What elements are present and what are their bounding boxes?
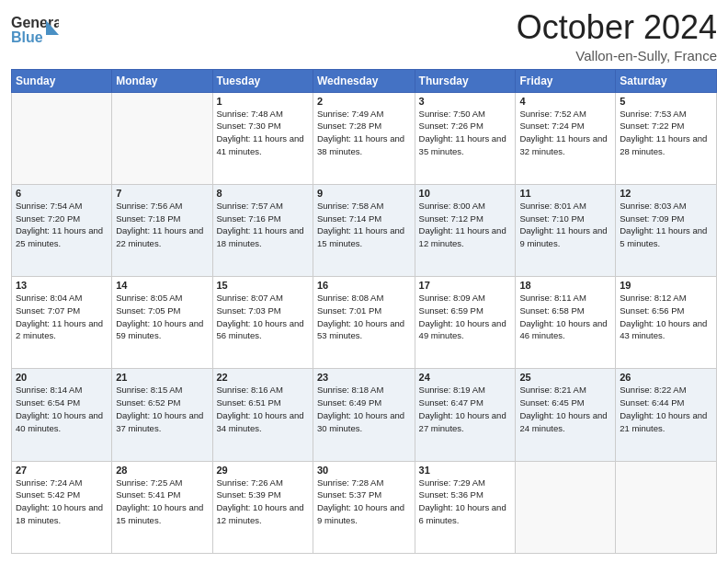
sunrise-text: Sunrise: 7:54 AM [16,201,82,211]
day-header-tuesday: Tuesday [212,69,313,92]
sunset-text: Sunset: 6:56 PM [620,305,684,316]
day-number: 27 [16,465,108,476]
daylight-text: Daylight: 10 hours and 9 minutes. [317,502,404,525]
calendar-cell: 7Sunrise: 7:56 AMSunset: 7:18 PMDaylight… [112,184,212,276]
calendar-cell: 14Sunrise: 8:05 AMSunset: 7:05 PMDayligh… [112,277,212,369]
day-info: Sunrise: 8:19 AMSunset: 6:47 PMDaylight:… [419,384,512,434]
sunset-text: Sunset: 7:05 PM [116,305,180,316]
sunrise-text: Sunrise: 8:09 AM [419,293,485,303]
daylight-text: Daylight: 10 hours and 49 minutes. [419,318,506,341]
calendar-cell: 11Sunrise: 8:01 AMSunset: 7:10 PMDayligh… [516,184,616,276]
day-info: Sunrise: 8:21 AMSunset: 6:45 PMDaylight:… [519,384,611,434]
sunset-text: Sunset: 6:49 PM [317,397,381,408]
daylight-text: Daylight: 10 hours and 27 minutes. [419,410,506,433]
page-header: General Blue October 2024 Vallon-en-Sull… [11,9,717,63]
calendar-cell: 3Sunrise: 7:50 AMSunset: 7:26 PMDaylight… [415,92,516,184]
calendar-table: SundayMondayTuesdayWednesdayThursdayFrid… [11,69,717,554]
day-info: Sunrise: 8:11 AMSunset: 6:58 PMDaylight:… [519,292,611,342]
daylight-text: Daylight: 10 hours and 56 minutes. [217,318,304,341]
sunset-text: Sunset: 6:51 PM [217,397,281,408]
daylight-text: Daylight: 10 hours and 46 minutes. [519,318,607,341]
day-header-thursday: Thursday [415,69,516,92]
calendar-cell: 17Sunrise: 8:09 AMSunset: 6:59 PMDayligh… [415,277,516,369]
calendar-cell: 8Sunrise: 7:57 AMSunset: 7:16 PMDaylight… [212,184,313,276]
day-number: 19 [620,280,712,291]
sunset-text: Sunset: 6:58 PM [519,305,584,316]
sunset-text: Sunset: 7:12 PM [419,213,483,224]
sunset-text: Sunset: 7:14 PM [317,213,381,224]
calendar-cell: 26Sunrise: 8:22 AMSunset: 6:44 PMDayligh… [616,369,717,461]
day-info: Sunrise: 8:22 AMSunset: 6:44 PMDaylight:… [620,384,712,434]
sunrise-text: Sunrise: 8:16 AM [217,385,283,395]
daylight-text: Daylight: 10 hours and 21 minutes. [620,410,707,433]
calendar-cell: 25Sunrise: 8:21 AMSunset: 6:45 PMDayligh… [516,369,616,461]
calendar-week-3: 13Sunrise: 8:04 AMSunset: 7:07 PMDayligh… [12,277,717,369]
day-info: Sunrise: 7:57 AMSunset: 7:16 PMDaylight:… [217,200,309,250]
day-info: Sunrise: 7:49 AMSunset: 7:28 PMDaylight:… [317,108,411,158]
sunrise-text: Sunrise: 8:07 AM [217,293,283,303]
day-info: Sunrise: 8:00 AMSunset: 7:12 PMDaylight:… [419,200,512,250]
sunset-text: Sunset: 7:22 PM [620,121,684,131]
day-number: 22 [217,372,309,383]
calendar-cell: 30Sunrise: 7:28 AMSunset: 5:37 PMDayligh… [313,461,415,553]
daylight-text: Daylight: 10 hours and 37 minutes. [116,410,203,433]
month-title: October 2024 [517,9,717,46]
day-header-wednesday: Wednesday [313,69,415,92]
day-info: Sunrise: 8:18 AMSunset: 6:49 PMDaylight:… [317,384,411,434]
day-number: 3 [419,96,512,107]
calendar-cell [616,461,717,553]
day-info: Sunrise: 7:48 AMSunset: 7:30 PMDaylight:… [217,108,309,158]
day-number: 1 [217,96,309,107]
daylight-text: Daylight: 11 hours and 18 minutes. [217,225,304,248]
daylight-text: Daylight: 10 hours and 43 minutes. [620,318,707,341]
calendar-cell: 24Sunrise: 8:19 AMSunset: 6:47 PMDayligh… [415,369,516,461]
sunset-text: Sunset: 7:16 PM [217,213,281,224]
daylight-text: Daylight: 10 hours and 6 minutes. [419,502,506,525]
daylight-text: Daylight: 10 hours and 40 minutes. [16,410,103,433]
day-info: Sunrise: 7:54 AMSunset: 7:20 PMDaylight:… [16,200,108,250]
calendar-cell: 31Sunrise: 7:29 AMSunset: 5:36 PMDayligh… [415,461,516,553]
sunrise-text: Sunrise: 8:18 AM [317,385,383,395]
logo-icon: General Blue [11,9,59,50]
calendar-week-1: 1Sunrise: 7:48 AMSunset: 7:30 PMDaylight… [12,92,717,184]
day-number: 6 [16,188,108,199]
calendar-cell: 28Sunrise: 7:25 AMSunset: 5:41 PMDayligh… [112,461,212,553]
daylight-text: Daylight: 11 hours and 28 minutes. [620,133,707,156]
day-number: 28 [116,465,208,476]
daylight-text: Daylight: 10 hours and 59 minutes. [116,318,203,341]
sunset-text: Sunset: 6:44 PM [620,397,684,408]
sunset-text: Sunset: 7:09 PM [620,213,684,224]
daylight-text: Daylight: 10 hours and 34 minutes. [217,410,304,433]
svg-text:Blue: Blue [11,29,43,45]
day-number: 20 [16,372,108,383]
sunset-text: Sunset: 5:41 PM [116,489,180,500]
day-info: Sunrise: 7:52 AMSunset: 7:24 PMDaylight:… [519,108,611,158]
sunrise-text: Sunrise: 8:22 AM [620,385,686,395]
sunset-text: Sunset: 7:26 PM [419,121,483,131]
sunset-text: Sunset: 5:42 PM [16,489,80,500]
calendar-cell: 2Sunrise: 7:49 AMSunset: 7:28 PMDaylight… [313,92,415,184]
calendar-cell [12,92,112,184]
day-info: Sunrise: 7:26 AMSunset: 5:39 PMDaylight:… [217,477,309,527]
day-header-saturday: Saturday [616,69,717,92]
sunset-text: Sunset: 5:36 PM [419,489,483,500]
sunrise-text: Sunrise: 8:19 AM [419,385,485,395]
day-number: 25 [519,372,611,383]
day-number: 23 [317,372,411,383]
day-number: 14 [116,280,208,291]
daylight-text: Daylight: 11 hours and 41 minutes. [217,133,304,156]
sunrise-text: Sunrise: 8:15 AM [116,385,182,395]
day-info: Sunrise: 8:03 AMSunset: 7:09 PMDaylight:… [620,200,712,250]
day-info: Sunrise: 7:25 AMSunset: 5:41 PMDaylight:… [116,477,208,527]
sunrise-text: Sunrise: 8:01 AM [519,201,586,211]
calendar-cell: 1Sunrise: 7:48 AMSunset: 7:30 PMDaylight… [212,92,313,184]
day-info: Sunrise: 8:08 AMSunset: 7:01 PMDaylight:… [317,292,411,342]
calendar-cell: 29Sunrise: 7:26 AMSunset: 5:39 PMDayligh… [212,461,313,553]
calendar-header-row: SundayMondayTuesdayWednesdayThursdayFrid… [12,69,717,92]
daylight-text: Daylight: 10 hours and 18 minutes. [16,502,103,525]
calendar-week-5: 27Sunrise: 7:24 AMSunset: 5:42 PMDayligh… [12,461,717,553]
sunrise-text: Sunrise: 8:05 AM [116,293,182,303]
title-area: October 2024 Vallon-en-Sully, France [517,9,717,63]
day-info: Sunrise: 7:50 AMSunset: 7:26 PMDaylight:… [419,108,512,158]
day-info: Sunrise: 8:05 AMSunset: 7:05 PMDaylight:… [116,292,208,342]
